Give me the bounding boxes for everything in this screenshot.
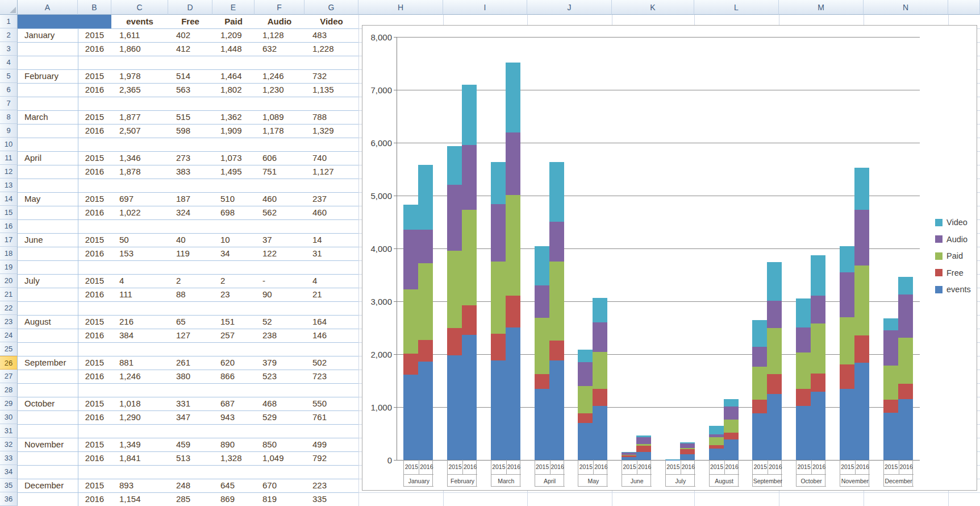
value-cell[interactable]: 40 [168,233,212,247]
month-cell-november[interactable]: November [18,438,78,451]
value-cell[interactable]: 122 [255,247,305,260]
column-header-K[interactable]: K [612,0,694,15]
x-axis-month-label[interactable]: June [622,474,652,487]
x-axis-month-label[interactable]: November [840,474,870,487]
x-axis-year-label[interactable]: 2016 [899,460,914,474]
bar-segment-audio-december-2015[interactable] [883,330,898,366]
x-axis-year-label[interactable]: 2015 [753,460,768,474]
x-axis-year-label[interactable]: 2015 [578,460,593,474]
value-cell[interactable]: 34 [212,247,255,260]
bar-segment-video-april-2016[interactable] [549,162,564,222]
bar-segment-paid-february-2016[interactable] [462,210,477,305]
month-cell-march[interactable]: March [18,110,78,124]
value-cell[interactable]: 65 [168,315,212,329]
bar-segment-free-september-2015[interactable] [752,400,767,413]
value-cell[interactable]: 2,507 [111,124,168,138]
row-header-21[interactable]: 21 [0,288,18,301]
value-cell[interactable]: 1,362 [212,110,255,124]
value-cell[interactable]: 238 [255,329,305,342]
column-header-I[interactable]: I [443,0,527,15]
value-cell[interactable]: 563 [168,83,212,97]
column-header-G[interactable]: G [305,0,358,15]
value-cell[interactable]: 513 [168,451,212,465]
x-axis-year-label[interactable]: 2016 [855,460,870,474]
value-cell[interactable]: 1,802 [212,83,255,97]
x-axis-year-label[interactable]: 2016 [681,460,695,474]
row-header-5[interactable]: 5 [0,69,18,83]
value-cell[interactable]: 50 [111,233,168,247]
column-header-N[interactable]: N [864,0,948,15]
bar-segment-events-march-2016[interactable] [506,327,520,460]
value-cell[interactable]: 1,228 [305,42,358,56]
bar-segment-video-october-2016[interactable] [811,255,825,296]
value-cell[interactable]: 751 [255,165,305,179]
value-cell[interactable]: 866 [212,370,255,383]
value-cell[interactable]: 10 [212,233,255,247]
column-header-E[interactable]: E [212,0,255,15]
value-cell[interactable]: 819 [255,492,305,506]
bar-segment-audio-july-2016[interactable] [680,443,695,448]
bar-segment-paid-december-2015[interactable] [883,366,898,400]
filled-cell-a1b1[interactable] [18,15,111,28]
row-header-18[interactable]: 18 [0,247,18,260]
bar-segment-paid-may-2015[interactable] [578,386,593,413]
bar-segment-free-may-2016[interactable] [593,389,607,406]
value-cell[interactable]: 402 [168,28,212,42]
bar-segment-paid-november-2015[interactable] [840,317,854,364]
bar-segment-audio-april-2016[interactable] [549,222,564,262]
y-axis-label[interactable]: 8,000 [362,32,392,42]
row-header-13[interactable]: 13 [0,179,18,192]
row-header-19[interactable]: 19 [0,260,18,274]
row-header-2[interactable]: 2 [0,28,18,42]
bar-segment-video-september-2015[interactable] [752,320,767,347]
bar-segment-free-november-2015[interactable] [840,364,854,389]
row-header-16[interactable]: 16 [0,219,18,233]
legend-item-events[interactable]: events [935,285,971,294]
value-cell[interactable]: 1,464 [212,69,255,83]
value-cell[interactable]: 598 [168,124,212,138]
value-cell[interactable]: 1,246 [255,69,305,83]
value-cell[interactable]: 893 [111,479,168,492]
x-axis-month-label[interactable]: October [796,474,826,487]
value-cell[interactable]: 164 [305,315,358,329]
bar-segment-free-october-2015[interactable] [796,389,811,407]
value-cell[interactable]: 119 [168,247,212,260]
value-cell[interactable]: 347 [168,410,212,424]
bar-segment-free-march-2015[interactable] [491,334,506,361]
row-header-14[interactable]: 14 [0,192,18,206]
select-all-corner[interactable] [0,0,18,15]
bar-segment-video-june-2015[interactable] [622,452,636,453]
value-cell[interactable]: 111 [111,288,168,301]
year-cell[interactable]: 2016 [78,83,111,97]
bar-segment-paid-october-2015[interactable] [796,352,811,389]
value-cell[interactable]: 52 [255,315,305,329]
bar-segment-paid-august-2016[interactable] [724,420,739,433]
month-cell-august[interactable]: August [18,315,78,329]
y-axis-label[interactable]: 2,000 [362,350,392,359]
column-header-L[interactable]: L [694,0,779,15]
value-cell[interactable]: 1,209 [212,28,255,42]
value-cell[interactable]: 187 [168,192,212,206]
column-header-F[interactable]: F [255,0,305,15]
bar-segment-paid-april-2015[interactable] [535,318,549,375]
bar-segment-audio-december-2016[interactable] [898,295,913,338]
year-cell[interactable]: 2016 [78,124,111,138]
bar-segment-free-january-2016[interactable] [418,340,433,362]
value-cell[interactable]: 499 [305,438,358,451]
value-cell[interactable]: 645 [212,479,255,492]
year-cell[interactable]: 2015 [78,28,111,42]
year-cell[interactable]: 2016 [78,288,111,301]
row-header-23[interactable]: 23 [0,315,18,329]
y-axis-label[interactable]: 3,000 [362,297,392,306]
value-cell[interactable]: 697 [111,192,168,206]
value-cell[interactable]: 732 [305,69,358,83]
value-cell[interactable]: 90 [255,288,305,301]
value-cell[interactable]: 529 [255,410,305,424]
column-header-J[interactable]: J [527,0,612,15]
value-cell[interactable]: 1,877 [111,110,168,124]
bar-segment-paid-september-2015[interactable] [752,367,767,400]
y-axis-label[interactable]: 1,000 [362,403,392,412]
value-cell[interactable]: 31 [305,247,358,260]
bar-segment-audio-march-2016[interactable] [506,132,520,195]
bar-segment-free-june-2015[interactable] [622,455,636,458]
